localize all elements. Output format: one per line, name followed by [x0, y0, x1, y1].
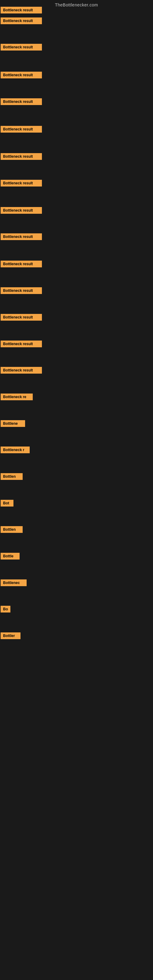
bottleneck-item-14[interactable]: Bottleneck result	[1, 340, 42, 348]
bottleneck-label-9: Bottleneck result	[1, 207, 42, 214]
bottleneck-item-2[interactable]: Bottleneck result	[1, 18, 42, 25]
bottleneck-label-4: Bottleneck result	[1, 72, 42, 78]
bottleneck-item-9[interactable]: Bottleneck result	[1, 207, 42, 215]
bottleneck-item-1[interactable]: Bottleneck result	[1, 7, 42, 15]
bottleneck-label-14: Bottleneck result	[1, 340, 42, 347]
bottleneck-label-22: Bottle	[1, 553, 19, 560]
bottleneck-label-8: Bottleneck result	[1, 180, 42, 186]
bottleneck-item-21[interactable]: Bottlen	[1, 526, 22, 534]
bottleneck-item-22[interactable]: Bottle	[1, 553, 19, 561]
bottleneck-label-1: Bottleneck result	[1, 7, 42, 13]
bottleneck-item-4[interactable]: Bottleneck result	[1, 72, 42, 80]
bottleneck-label-18: Bottleneck r	[1, 447, 30, 453]
bottleneck-label-21: Bottlen	[1, 526, 22, 533]
bottleneck-label-11: Bottleneck result	[1, 261, 42, 267]
bottleneck-item-3[interactable]: Bottleneck result	[1, 44, 42, 52]
bottleneck-label-7: Bottleneck result	[1, 153, 42, 160]
site-title: TheBottlenecker.com	[55, 2, 98, 7]
bottleneck-label-19: Bottlen	[1, 473, 22, 480]
bottleneck-label-6: Bottleneck result	[1, 126, 42, 133]
bottleneck-label-12: Bottleneck result	[1, 287, 42, 294]
bottleneck-item-16[interactable]: Bottleneck re	[1, 393, 33, 401]
bottleneck-item-5[interactable]: Bottleneck result	[1, 98, 42, 106]
bottleneck-label-5: Bottleneck result	[1, 98, 42, 105]
bottleneck-label-15: Bottleneck result	[1, 367, 42, 374]
bottleneck-item-24[interactable]: Bo	[1, 606, 10, 614]
bottleneck-item-8[interactable]: Bottleneck result	[1, 180, 42, 188]
bottleneck-item-6[interactable]: Bottleneck result	[1, 126, 42, 134]
bottleneck-item-7[interactable]: Bottleneck result	[1, 153, 42, 161]
bottleneck-label-2: Bottleneck result	[1, 18, 42, 24]
bottleneck-item-19[interactable]: Bottlen	[1, 473, 22, 481]
bottleneck-label-23: Bottlenec	[1, 579, 27, 586]
bottleneck-item-17[interactable]: Bottlene	[1, 420, 25, 428]
bottleneck-item-12[interactable]: Bottleneck result	[1, 287, 42, 295]
bottleneck-label-20: Bot	[1, 500, 13, 506]
bottleneck-label-25: Bottler	[1, 632, 21, 639]
bottleneck-item-11[interactable]: Bottleneck result	[1, 261, 42, 269]
bottleneck-label-13: Bottleneck result	[1, 314, 42, 321]
bottleneck-item-10[interactable]: Bottleneck result	[1, 233, 42, 241]
bottleneck-item-18[interactable]: Bottleneck r	[1, 447, 30, 455]
bottleneck-item-25[interactable]: Bottler	[1, 632, 21, 640]
bottleneck-label-17: Bottlene	[1, 420, 25, 427]
bottleneck-item-23[interactable]: Bottlenec	[1, 579, 27, 587]
bottleneck-item-20[interactable]: Bot	[1, 500, 13, 508]
bottleneck-label-16: Bottleneck re	[1, 393, 33, 400]
bottleneck-label-10: Bottleneck result	[1, 233, 42, 240]
bottleneck-label-3: Bottleneck result	[1, 44, 42, 51]
bottleneck-item-13[interactable]: Bottleneck result	[1, 314, 42, 322]
bottleneck-label-24: Bo	[1, 606, 10, 612]
bottleneck-item-15[interactable]: Bottleneck result	[1, 367, 42, 375]
